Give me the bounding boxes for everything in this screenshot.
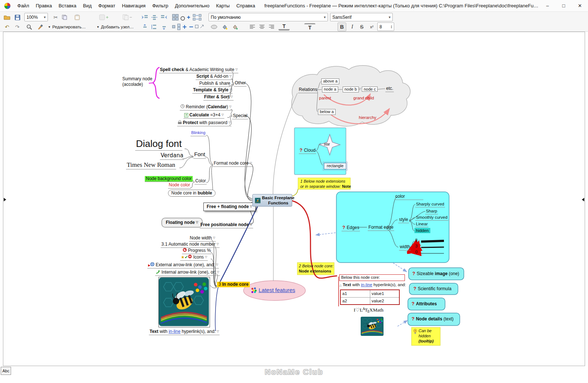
root-node[interactable]: Basic FreeplaneFunctions xyxy=(252,194,292,207)
node-b[interactable]: node b xyxy=(343,87,359,92)
node-dialog-font[interactable]: Dialog font xyxy=(135,138,182,151)
note-below-extensions[interactable]: 1 Below node extensionsor in separate wi… xyxy=(300,179,351,189)
node-verdana[interactable]: Verdana xyxy=(160,152,184,160)
node-width-0[interactable]: 0 xyxy=(415,249,417,254)
font-size-spinner[interactable]: 8▴▾ xyxy=(377,22,394,31)
inline-hyperlink[interactable]: in-line xyxy=(361,282,372,287)
node-latex-formula[interactable]: I♡LATEXMath xyxy=(354,307,384,313)
node-template-style[interactable]: Template & Style▽ xyxy=(192,87,232,94)
node-text-hyperlink-2[interactable]: △Text with in-line hyperlink(s), and: xyxy=(339,282,406,287)
node-c[interactable]: node c xyxy=(362,87,378,92)
node-cloud[interactable]: ?Cloud xyxy=(299,147,316,154)
undo-button[interactable]: ↶ xyxy=(2,22,12,31)
note-tooltip[interactable]: Can be hidden (tooltip) xyxy=(413,328,434,344)
node-sizeable-image[interactable]: ?Sizeable image (one) xyxy=(412,271,459,277)
layout-right-icon[interactable] xyxy=(159,13,169,22)
open-map-button[interactable] xyxy=(2,13,12,22)
node-edges[interactable]: ?Edges xyxy=(342,225,360,231)
node-icons[interactable]: ★✔ Icons▽ xyxy=(180,254,208,261)
layout-left-icon[interactable] xyxy=(140,13,150,22)
layout-options-cluster-2[interactable] xyxy=(171,22,206,31)
italic-button[interactable]: I xyxy=(348,22,357,31)
node-width-3[interactable]: 3 xyxy=(415,243,417,249)
edit-node-button[interactable]: ▼Редактировать… xyxy=(46,22,93,31)
node-width-8[interactable]: 8 xyxy=(415,238,417,243)
minimize-button[interactable]: – xyxy=(539,0,556,12)
node-special[interactable]: Special xyxy=(232,113,248,119)
node-summary[interactable]: Summary node(accolade) xyxy=(122,76,152,87)
node-protect-password[interactable]: Protect with password▽ xyxy=(177,120,231,126)
node-text-hyperlink[interactable]: Text with in-line hyperlink(s), and:▽ xyxy=(149,329,220,335)
node-color[interactable]: Node color xyxy=(168,182,191,189)
node-linear[interactable]: Linear xyxy=(415,221,428,227)
node-sharply-curved[interactable]: Sharply curved xyxy=(415,201,445,207)
node-auto-number[interactable]: 3.1 Automatic node number▽ xyxy=(161,242,220,248)
maximize-button[interactable]: □ xyxy=(556,0,572,12)
node-other[interactable]: Other xyxy=(234,80,246,87)
node-external-link[interactable]: ▶ External arrow-link (one), and:▽ xyxy=(147,262,219,268)
cut-button[interactable]: ✂ xyxy=(51,13,60,22)
menu-file[interactable]: Файл xyxy=(14,1,32,11)
node-latest-features[interactable]: Latest features xyxy=(251,287,295,294)
cloud-shape-button[interactable] xyxy=(209,22,219,31)
text-color-button[interactable]: T xyxy=(304,23,315,31)
map-canvas[interactable]: Summary node(accolade) Spell check & Aca… xyxy=(3,32,585,366)
node-below-a[interactable]: below a xyxy=(318,109,336,115)
node-free-floating[interactable]: Free + floating node▽ xyxy=(203,203,256,211)
right-panel-fold-handle[interactable] xyxy=(582,198,584,201)
zoom-combobox[interactable]: 100%▾ xyxy=(24,13,48,21)
node-star[interactable]: star xyxy=(324,142,330,147)
node-image-bee[interactable] xyxy=(159,277,210,327)
layout-both-icon[interactable] xyxy=(150,13,159,22)
node-format-edge[interactable]: Format edge xyxy=(368,225,394,231)
close-button[interactable]: ✕ xyxy=(572,0,588,12)
subscript-button[interactable]: x² xyxy=(367,22,377,31)
bold-button[interactable]: B xyxy=(337,22,346,31)
node-a[interactable]: node a xyxy=(322,87,338,92)
menu-navigate[interactable]: Навигация xyxy=(119,1,149,11)
inline-hyperlink[interactable]: in-line xyxy=(169,329,181,334)
node-relations[interactable]: Relations xyxy=(298,87,318,93)
node-internal-link[interactable]: Internal arrow-link (one), or:▽ xyxy=(155,270,220,276)
node-width[interactable]: Node width▽ xyxy=(189,235,216,242)
node-below-this-core[interactable]: Below this node core: xyxy=(339,274,405,281)
menu-help[interactable]: Справка xyxy=(233,1,258,11)
redo-button[interactable]: ↷ xyxy=(13,22,22,31)
node-core-in-bubble[interactable]: Node core in bubble xyxy=(168,190,216,197)
node-image-bee-small[interactable] xyxy=(361,317,384,336)
attr-value-cell[interactable]: value2 xyxy=(370,297,399,305)
save-button[interactable] xyxy=(13,13,22,22)
node-edge-color[interactable]: color xyxy=(395,194,423,200)
node-background-color[interactable]: Node background color xyxy=(145,176,193,182)
menu-edit[interactable]: Правка xyxy=(32,1,55,11)
fill-color-button[interactable] xyxy=(220,22,229,31)
node-details[interactable]: ?Node details (text) xyxy=(412,316,454,322)
node-format-node-core[interactable]: Format node core▽ xyxy=(213,161,253,167)
node-edge-width[interactable]: width xyxy=(399,244,411,250)
strikethrough-button[interactable]: S xyxy=(357,22,366,31)
menu-filter[interactable]: Фильтр xyxy=(149,1,172,11)
node-sharp[interactable]: Sharp xyxy=(425,208,438,214)
attr-value-cell[interactable]: value1 xyxy=(370,290,399,297)
node-color-group[interactable]: Color xyxy=(195,178,207,185)
node-script-addon[interactable]: Script & Add-on▽ xyxy=(196,74,232,80)
attribute-table[interactable]: a1value1 a2value2 xyxy=(340,289,400,305)
edge-color-button[interactable] xyxy=(230,22,239,31)
node-edge-style[interactable]: style xyxy=(398,217,409,223)
node-down-icon[interactable] xyxy=(159,22,169,31)
node-blinking[interactable]: Blinking xyxy=(190,130,206,136)
paste-plus-button[interactable] xyxy=(96,13,112,22)
node-free-positionable[interactable]: Free positionable node▽ xyxy=(200,222,253,228)
menu-maps[interactable]: Карты xyxy=(213,1,233,11)
node-scientific-formula[interactable]: ?Scientific formula xyxy=(413,286,451,292)
font-family-combobox[interactable]: SansSerif▾ xyxy=(330,13,393,21)
align-right-button[interactable] xyxy=(267,22,276,31)
style-combobox[interactable]: По умолчанию▾ xyxy=(209,13,328,21)
node-times-new-roman[interactable]: Times New Roman xyxy=(126,161,176,169)
menu-insert[interactable]: Вставка xyxy=(55,1,80,11)
add-node-button[interactable]: ▼Добавить узел… xyxy=(95,22,141,31)
format-painter-button[interactable] xyxy=(35,22,45,31)
node-floating[interactable]: Floating node▽ xyxy=(161,218,203,228)
left-panel-fold-handle[interactable] xyxy=(4,198,6,201)
node-publish-share[interactable]: Publish & share xyxy=(199,81,231,87)
